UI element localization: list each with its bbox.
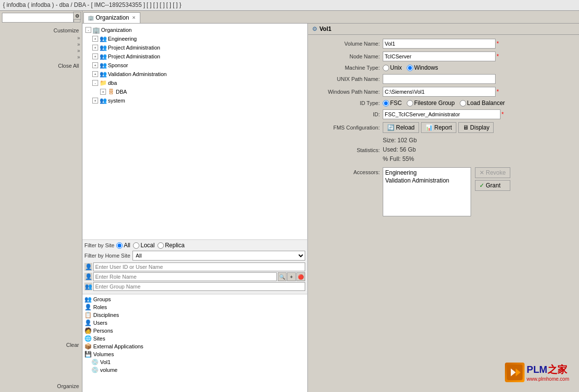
tree-expander-dba[interactable]: - xyxy=(92,80,98,86)
arrow-right-4[interactable]: » xyxy=(77,54,80,60)
group-input-row: 👥 xyxy=(84,282,305,291)
role-search-button[interactable]: 🔍 xyxy=(278,272,287,281)
list-item-groups[interactable]: 👥 Groups xyxy=(83,295,306,303)
close-all-button[interactable]: Close All xyxy=(2,62,80,70)
tree-expander-org[interactable]: - xyxy=(85,27,91,33)
tree-label-sim: Project Administration xyxy=(108,53,160,59)
lb-label: Load Balancer xyxy=(467,100,505,106)
list-item-vol1[interactable]: 💿 Vol1 xyxy=(83,358,306,366)
accessor-validation[interactable]: Validation Administration xyxy=(384,177,470,184)
tree-expander-system[interactable]: + xyxy=(92,98,98,104)
tree-item-dba[interactable]: - 📁 dba xyxy=(84,78,305,87)
tree-item-val[interactable]: + 👥 Validation Administration xyxy=(84,70,305,78)
list-item-users[interactable]: 👤 Users xyxy=(83,319,306,327)
tree-expander-proj[interactable]: + xyxy=(92,45,98,51)
tree-label-sponsor: Sponsor xyxy=(108,62,128,68)
filter-replica-radio[interactable] xyxy=(158,242,164,249)
tree-expander-sim[interactable]: + xyxy=(92,53,98,59)
tree-item-proj[interactable]: + 👥 Project Administration xyxy=(84,43,305,52)
plm-logo: PLM之家 www.plmhome.com xyxy=(505,363,569,382)
list-item-volume[interactable]: 💿 volume xyxy=(83,366,306,374)
tree-expander-eng[interactable]: + xyxy=(92,36,98,42)
tree-label-system: system xyxy=(108,98,125,104)
volume-name-input[interactable] xyxy=(383,39,496,49)
detail-header: ⚙ Vol1 xyxy=(308,24,579,35)
plm-icon xyxy=(505,363,525,382)
filestore-radio[interactable] xyxy=(407,100,413,106)
ext-apps-label: External Applications xyxy=(93,343,143,349)
tree-item-org[interactable]: - 🏢 Organization xyxy=(84,26,305,34)
arrow-right-1[interactable]: » xyxy=(77,35,80,41)
tree-item-DBA[interactable]: + 🗄 DBA xyxy=(84,87,305,96)
list-item-volumes[interactable]: 💾 Volumes xyxy=(83,350,306,358)
fms-display-button[interactable]: 🖥 Display xyxy=(458,122,494,133)
sidebar-search-container: ▼ xyxy=(2,13,80,25)
arrow-right-3[interactable]: » xyxy=(77,48,80,53)
list-item-ext-apps[interactable]: 📦 External Applications xyxy=(83,342,306,350)
tree-item-sim[interactable]: + 👥 Project Administration xyxy=(84,52,305,61)
tree-item-eng[interactable]: + 👥 Engineering xyxy=(84,34,305,43)
reload-icon: 🔄 xyxy=(387,124,395,131)
lb-radio[interactable] xyxy=(460,100,466,106)
fms-reload-button[interactable]: 🔄 Reload xyxy=(383,122,419,133)
filter-local-option[interactable]: Local xyxy=(133,242,155,249)
unix-path-input[interactable] xyxy=(383,74,496,84)
tree-item-system[interactable]: + 👥 system xyxy=(84,96,305,105)
list-item-roles[interactable]: 👤 Roles xyxy=(83,303,306,311)
role-remove-button[interactable]: 🔴 xyxy=(296,272,305,281)
windows-path-input[interactable] xyxy=(383,87,496,97)
filter-site-label: Filter by Site xyxy=(84,242,114,248)
id-type-filestore-option[interactable]: Filestore Group xyxy=(407,100,455,106)
list-item-sites[interactable]: 🌐 Sites xyxy=(83,335,306,342)
content-area: 🏢 Organization ✕ - 🏢 Organization xyxy=(82,11,579,392)
tree-expander-val[interactable]: + xyxy=(92,71,98,77)
tree-expander-DBA[interactable]: + xyxy=(100,89,106,95)
clear-button[interactable]: Clear xyxy=(2,341,80,349)
filter-home-select[interactable]: All xyxy=(132,251,305,261)
title-text: { infodba ( infodba ) - dba / DBA - [ IM… xyxy=(3,1,182,8)
node-name-input[interactable] xyxy=(383,52,496,61)
filter-all-option[interactable]: All xyxy=(116,242,130,249)
id-type-fsc-option[interactable]: FSC xyxy=(383,100,402,106)
role-icon: 👤 xyxy=(84,273,92,281)
fsc-radio[interactable] xyxy=(383,100,389,106)
tab-close-button[interactable]: ✕ xyxy=(132,15,136,20)
group-input[interactable] xyxy=(93,282,305,291)
organize-button[interactable]: Organize xyxy=(2,382,80,390)
role-input[interactable] xyxy=(93,272,277,281)
id-type-lb-option[interactable]: Load Balancer xyxy=(460,100,505,106)
sidebar-arrows: » » » » xyxy=(2,35,80,60)
users-icon: 👤 xyxy=(84,319,92,326)
vol1-icon: 💿 xyxy=(91,359,99,366)
list-item-persons[interactable]: 🧑 Persons xyxy=(83,327,306,335)
filter-replica-option[interactable]: Replica xyxy=(158,242,184,249)
revoke-button[interactable]: ✕ Revoke xyxy=(475,167,510,178)
user-icon: 👤 xyxy=(84,263,92,271)
windows-radio[interactable] xyxy=(407,65,413,71)
gear-icon[interactable]: ⚙ xyxy=(73,12,81,20)
id-input[interactable] xyxy=(383,109,500,119)
arrow-right-2[interactable]: » xyxy=(77,42,80,47)
list-item-disciplines[interactable]: 📋 Disciplines xyxy=(83,311,306,319)
stats-label: Statistics: xyxy=(314,147,383,153)
machine-type-windows-option[interactable]: Windows xyxy=(407,64,438,71)
user-input[interactable] xyxy=(93,262,305,271)
fms-report-button[interactable]: 📊 Report xyxy=(421,122,456,133)
unix-radio[interactable] xyxy=(383,65,389,71)
filter-local-radio[interactable] xyxy=(133,242,139,249)
tab-organization[interactable]: 🏢 Organization ✕ xyxy=(83,12,140,23)
filter-all-radio[interactable] xyxy=(116,242,123,249)
volume-label: volume xyxy=(100,367,117,373)
tree-expander-sponsor[interactable]: + xyxy=(92,62,98,68)
accessor-engineering[interactable]: Engineering xyxy=(384,169,470,177)
tree-item-sponsor[interactable]: + 👥 Sponsor xyxy=(84,61,305,70)
grant-check-icon: ✓ xyxy=(479,182,484,189)
grant-button[interactable]: ✓ Grant xyxy=(475,180,510,191)
sidebar-search-input[interactable] xyxy=(2,13,74,23)
vol1-label: Vol1 xyxy=(100,359,110,365)
volumes-label: Volumes xyxy=(93,351,114,357)
role-add-button[interactable]: + xyxy=(287,272,296,281)
watermark: PLM之家 www.plmhome.com xyxy=(505,363,569,382)
machine-type-unix-option[interactable]: Unix xyxy=(383,64,402,71)
system-icon: 👥 xyxy=(99,97,107,105)
